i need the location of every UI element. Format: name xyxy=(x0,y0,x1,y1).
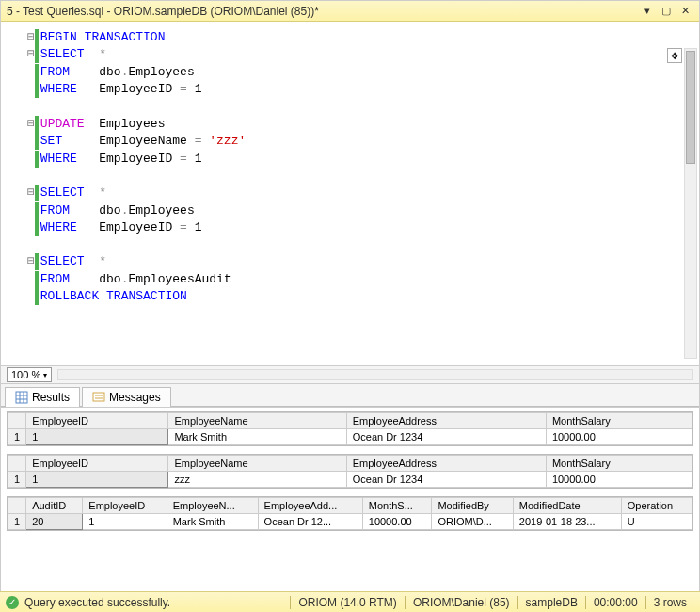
column-header[interactable]: MonthS... xyxy=(362,498,432,514)
cell[interactable]: 10000.00 xyxy=(362,514,432,530)
messages-icon xyxy=(92,391,105,404)
tab-results[interactable]: Results xyxy=(5,387,80,407)
column-header[interactable]: EmployeeName xyxy=(168,456,346,472)
column-header[interactable]: MonthSalary xyxy=(546,456,692,472)
tab-messages-label: Messages xyxy=(109,391,161,404)
column-header[interactable]: AuditID xyxy=(26,498,83,514)
tab-messages[interactable]: Messages xyxy=(82,387,171,407)
cell[interactable]: Ocean Dr 12... xyxy=(258,514,362,530)
cell[interactable]: 10000.00 xyxy=(546,472,692,488)
cell[interactable]: U xyxy=(621,514,692,530)
table-row[interactable]: 11Mark SmithOcean Dr 123410000.00 xyxy=(8,429,692,445)
cell[interactable]: 1 xyxy=(26,472,168,488)
cell[interactable]: 20 xyxy=(26,514,83,530)
status-message: Query executed successfully. xyxy=(24,596,170,609)
vertical-scrollbar[interactable] xyxy=(684,48,697,359)
zoom-bar: 100 % ▾ xyxy=(1,365,699,384)
cell[interactable]: Mark Smith xyxy=(167,514,258,530)
cell[interactable]: Mark Smith xyxy=(168,429,346,445)
cell[interactable]: Ocean Dr 1234 xyxy=(346,429,546,445)
success-icon: ✓ xyxy=(6,596,19,609)
column-header[interactable]: EmployeeAddress xyxy=(346,456,546,472)
result-grid[interactable]: EmployeeIDEmployeeNameEmployeeAddressMon… xyxy=(7,411,693,446)
title-bar: 5 - Test Queries.sql - ORIOM.sampleDB (O… xyxy=(1,1,699,22)
column-header[interactable]: ModifiedBy xyxy=(432,498,513,514)
table-row[interactable]: 11zzzOcean Dr 123410000.00 xyxy=(8,472,692,488)
chevron-down-icon: ▾ xyxy=(43,371,47,379)
tab-results-label: Results xyxy=(32,391,70,404)
column-header[interactable]: ModifiedDate xyxy=(513,498,621,514)
column-header[interactable]: EmployeeID xyxy=(83,498,167,514)
zoom-value: 100 % xyxy=(11,369,40,380)
split-toggle-icon[interactable]: ✥ xyxy=(667,48,682,63)
sql-editor[interactable]: ⊟BEGIN TRANSACTION ⊟SELECT * FROM dbo.Em… xyxy=(1,22,699,365)
cell[interactable]: 1 xyxy=(26,429,168,445)
column-header[interactable]: EmployeeN... xyxy=(167,498,258,514)
status-bar: ✓ Query executed successfully. ORIOM (14… xyxy=(0,591,700,612)
result-grid[interactable]: AuditIDEmployeeIDEmployeeN...EmployeeAdd… xyxy=(7,496,693,531)
window-title: 5 - Test Queries.sql - ORIOM.sampleDB (O… xyxy=(7,5,639,18)
column-header[interactable]: Operation xyxy=(621,498,692,514)
status-time: 00:00:00 xyxy=(585,596,645,609)
status-server: ORIOM (14.0 RTM) xyxy=(290,596,404,609)
window-buttons: ▾ ▢ ✕ xyxy=(639,5,693,18)
status-user: ORIOM\Daniel (85) xyxy=(405,596,517,609)
code-area[interactable]: ⊟BEGIN TRANSACTION ⊟SELECT * FROM dbo.Em… xyxy=(22,22,699,365)
grid-icon xyxy=(15,391,28,404)
column-header[interactable]: EmployeeName xyxy=(168,413,346,429)
results-tabs: Results Messages xyxy=(1,384,699,407)
column-header[interactable]: MonthSalary xyxy=(546,413,692,429)
cell[interactable]: zzz xyxy=(168,472,346,488)
cell[interactable]: 10000.00 xyxy=(546,429,692,445)
dropdown-button[interactable]: ▾ xyxy=(639,5,656,18)
svg-rect-5 xyxy=(93,393,104,401)
result-grid[interactable]: EmployeeIDEmployeeNameEmployeeAddressMon… xyxy=(7,454,693,489)
cell[interactable]: 2019-01-18 23... xyxy=(513,514,621,530)
results-pane[interactable]: EmployeeIDEmployeeNameEmployeeAddressMon… xyxy=(1,407,699,586)
column-header[interactable]: EmployeeID xyxy=(26,456,168,472)
column-header[interactable]: EmployeeAdd... xyxy=(258,498,362,514)
cell[interactable]: ORIOM\D... xyxy=(432,514,513,530)
horizontal-scrollbar[interactable] xyxy=(57,369,693,380)
svg-rect-0 xyxy=(16,392,27,403)
status-rows: 3 rows xyxy=(645,596,694,609)
float-button[interactable]: ▢ xyxy=(658,5,675,18)
column-header[interactable]: EmployeeID xyxy=(26,413,168,429)
status-db: sampleDB xyxy=(517,596,585,609)
table-row[interactable]: 1201Mark SmithOcean Dr 12...10000.00ORIO… xyxy=(8,514,692,530)
scroll-thumb[interactable] xyxy=(686,51,695,164)
column-header[interactable]: EmployeeAddress xyxy=(346,413,546,429)
zoom-selector[interactable]: 100 % ▾ xyxy=(7,367,52,382)
close-button[interactable]: ✕ xyxy=(676,5,693,18)
editor-gutter xyxy=(1,22,22,365)
cell[interactable]: Ocean Dr 1234 xyxy=(346,472,546,488)
cell[interactable]: 1 xyxy=(83,514,167,530)
